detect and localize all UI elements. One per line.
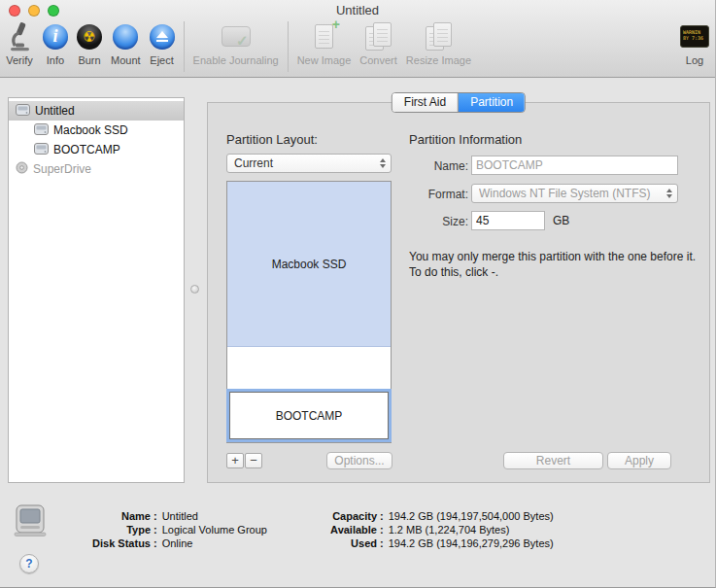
toolbar-burn-button[interactable]: Burn: [77, 19, 102, 66]
toolbar-info-button[interactable]: Info: [43, 19, 68, 66]
name-label: Name:: [402, 159, 468, 173]
merge-note: You may only merge this partition with t…: [409, 249, 700, 280]
burn-icon: [77, 20, 102, 52]
tab-label: Partition: [470, 95, 513, 109]
apply-button[interactable]: Apply: [607, 452, 671, 469]
toolbar-log-button[interactable]: WARNIN 8Y 7:36 Log: [680, 19, 709, 66]
info-icon: [43, 20, 68, 52]
toolbar-enable-journaling-label: Enable Journaling: [193, 54, 279, 66]
name-field[interactable]: [471, 156, 678, 175]
summary-separator: :: [377, 536, 389, 550]
toolbar-mount-button[interactable]: Mount: [111, 19, 141, 66]
tab-label: First Aid: [404, 95, 446, 109]
tab-first-aid[interactable]: First Aid: [392, 93, 458, 112]
summary-separator: :: [377, 509, 389, 523]
toolbar-separator: [184, 21, 185, 72]
drive-icon: [12, 503, 49, 540]
disk-summary-right: Capacity:194.2 GB (194,197,504,000 Bytes…: [260, 509, 554, 550]
summary-row-available: Available:1.2 MB (1,224,704 Bytes): [260, 523, 554, 536]
sidebar-item-label: Macbook SSD: [53, 123, 128, 137]
partition-block-label: BOOTCAMP: [276, 409, 343, 423]
partition-layout-select[interactable]: Current: [226, 154, 392, 173]
device-sidebar: Untitled Macbook SSD BOOTCAMP SuperDrive: [8, 97, 185, 483]
chevron-updown-icon: [376, 158, 391, 168]
size-unit-label: GB: [553, 214, 569, 227]
format-select[interactable]: Windows NT File System (NTFS): [471, 184, 678, 203]
toolbar: Verify Info Burn Mount: [5, 19, 709, 76]
format-label: Format:: [402, 188, 468, 201]
tab-bar: First Aid Partition: [392, 92, 526, 113]
toolbar-resize-image-button[interactable]: Resize Image: [406, 19, 471, 66]
tab-partition[interactable]: Partition: [458, 93, 525, 112]
sidebar-item-untitled[interactable]: Untitled: [9, 101, 184, 121]
sidebar-item-label: SuperDrive: [33, 162, 91, 176]
toolbar-convert-button[interactable]: Convert: [359, 19, 397, 66]
summary-label: Available: [260, 523, 377, 536]
toolbar-eject-label: Eject: [150, 54, 173, 66]
partition-layout-value: Current: [234, 156, 376, 170]
toolbar-convert-label: Convert: [359, 54, 397, 66]
microscope-icon: [5, 20, 34, 52]
summary-label: Capacity: [260, 509, 377, 523]
partition-add-remove: + −: [226, 453, 262, 468]
toolbar-info-label: Info: [47, 54, 64, 66]
toolbar-log-label: Log: [686, 54, 703, 66]
partition-information-title: Partition Information: [409, 132, 522, 147]
sidebar-item-label: Untitled: [35, 104, 75, 118]
summary-label: Name: [53, 509, 151, 523]
toolbar-eject-button[interactable]: Eject: [150, 19, 175, 66]
partition-block-label: Macbook SSD: [272, 258, 347, 271]
options-button[interactable]: Options...: [326, 452, 392, 469]
optical-disc-icon: [16, 161, 28, 177]
summary-row-disk-status: Disk Status:Online: [53, 536, 267, 550]
remove-partition-button[interactable]: −: [245, 453, 262, 468]
toolbar-enable-journaling-button[interactable]: Enable Journaling: [193, 19, 279, 66]
summary-value: 194.2 GB (194,197,504,000 Bytes): [389, 509, 554, 523]
add-partition-button[interactable]: +: [226, 453, 244, 468]
help-button[interactable]: ?: [19, 554, 39, 573]
format-value: Windows NT File System (NTFS): [479, 187, 663, 200]
new-image-icon: [315, 20, 333, 52]
size-field[interactable]: [471, 211, 545, 230]
toolbar-new-image-label: New Image: [297, 54, 352, 66]
volume-icon: [34, 143, 49, 157]
summary-separator: :: [151, 523, 162, 536]
revert-button[interactable]: Revert: [503, 452, 603, 469]
toolbar-new-image-button[interactable]: New Image: [297, 19, 352, 66]
sidebar-item-macbook-ssd[interactable]: Macbook SSD: [9, 121, 184, 140]
disk-icon: [16, 104, 30, 119]
disk-utility-window: Untitled Verify Info: [0, 0, 716, 588]
partition-block-bootcamp[interactable]: BOOTCAMP: [229, 392, 389, 439]
sidebar-item-bootcamp[interactable]: BOOTCAMP: [9, 140, 184, 159]
log-icon-text: 8Y 7:36: [683, 35, 708, 41]
partition-layout-title: Partition Layout:: [226, 132, 318, 147]
toolbar-burn-label: Burn: [78, 54, 100, 66]
resize-image-icon: [426, 20, 452, 52]
summary-label: Disk Status: [53, 536, 151, 550]
toolbar-verify-label: Verify: [6, 54, 33, 66]
title-bar: Untitled Verify Info: [0, 0, 715, 78]
convert-icon: [365, 20, 392, 52]
mount-icon: [113, 20, 138, 52]
summary-label: Type: [53, 523, 151, 536]
eject-icon: [150, 20, 175, 52]
chevron-updown-icon: [663, 189, 677, 198]
partition-block-macbook-ssd[interactable]: Macbook SSD: [227, 182, 391, 347]
summary-separator: :: [151, 509, 162, 523]
toolbar-resize-image-label: Resize Image: [406, 54, 471, 66]
volume-icon: [34, 123, 49, 138]
summary-value: 194.2 GB (194,196,279,296 Bytes): [389, 536, 554, 550]
toolbar-separator: [288, 21, 289, 72]
summary-row-name: Name:Untitled: [53, 509, 267, 523]
partition-map: Macbook SSD BOOTCAMP: [226, 181, 392, 443]
summary-value: 1.2 MB (1,224,704 Bytes): [389, 523, 510, 536]
summary-row-used: Used:194.2 GB (194,196,279,296 Bytes): [260, 536, 554, 550]
summary-label: Used: [260, 536, 377, 550]
size-label: Size:: [402, 215, 468, 228]
summary-value: Online: [162, 536, 193, 550]
toolbar-verify-button[interactable]: Verify: [5, 19, 34, 66]
sidebar-item-superdrive[interactable]: SuperDrive: [9, 159, 184, 179]
splitter-thumb[interactable]: [190, 285, 199, 294]
main-panel: First Aid Partition Partition Layout: Cu…: [207, 102, 710, 483]
summary-row-type: Type:Logical Volume Group: [53, 523, 267, 536]
